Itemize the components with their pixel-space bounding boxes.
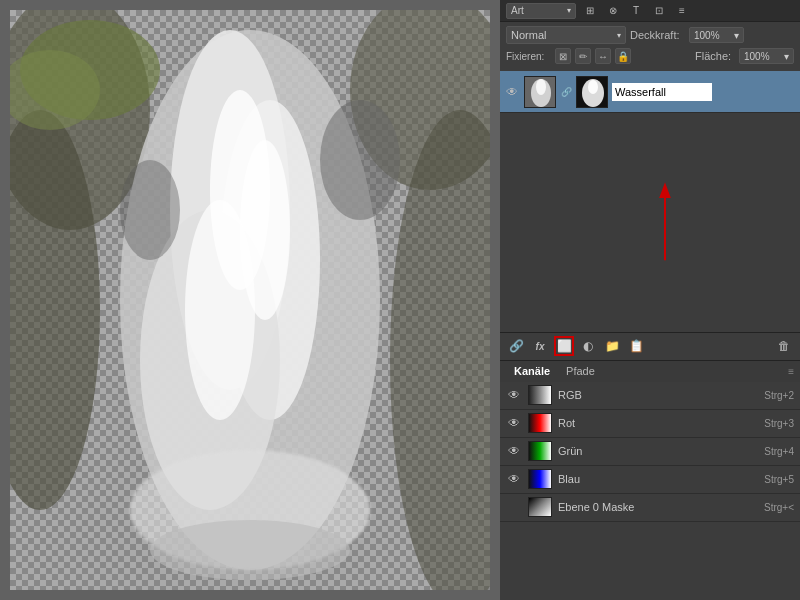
deckkraft-arrow: ▾ xyxy=(734,30,739,41)
channel-gruen-thumb xyxy=(528,441,552,461)
options-icon[interactable]: ≡ xyxy=(673,2,691,20)
channel-gruen-shortcut: Strg+4 xyxy=(764,446,794,457)
blend-row: Normal ▾ Deckkraft: 100% ▾ xyxy=(506,26,794,44)
fix-position-icon[interactable]: ⊠ xyxy=(555,48,571,64)
channel-item-rgb[interactable]: 👁 RGB Strg+2 xyxy=(500,382,800,410)
canvas-area xyxy=(0,0,500,600)
right-panel: Art ▾ ⊞ ⊗ T ⊡ ≡ Normal ▾ Deckkraft: 100%… xyxy=(500,0,800,600)
link-bottom-icon[interactable]: 🔗 xyxy=(506,336,526,356)
svg-point-19 xyxy=(320,100,400,220)
deckkraft-label: Deckkraft: xyxy=(630,29,685,41)
mask-bottom-icon[interactable]: ⬜ xyxy=(554,336,574,356)
channel-item-gruen[interactable]: 👁 Grün Strg+4 xyxy=(500,438,800,466)
art-arrow: ▾ xyxy=(567,6,571,15)
channel-rgb-shortcut: Strg+2 xyxy=(764,390,794,401)
layers-empty-area xyxy=(500,113,800,332)
channel-item-maske[interactable]: 👁 Ebene 0 Maske Strg+< xyxy=(500,494,800,522)
fx-bottom-icon[interactable]: fx xyxy=(530,336,550,356)
art-dropdown[interactable]: Art ▾ xyxy=(506,3,576,19)
channel-rgb-thumb xyxy=(528,385,552,405)
channel-rot-thumb xyxy=(528,413,552,433)
channel-rgb-name: RGB xyxy=(558,389,758,401)
layer-item-wasserfall[interactable]: 👁 🔗 xyxy=(500,71,800,113)
channel-gruen-name: Grün xyxy=(558,445,758,457)
channel-item-rot[interactable]: 👁 Rot Strg+3 xyxy=(500,410,800,438)
text-icon[interactable]: T xyxy=(627,2,645,20)
channel-maske-thumb xyxy=(528,497,552,517)
svg-point-24 xyxy=(536,79,546,95)
new-layer-bottom-icon[interactable]: 📋 xyxy=(626,336,646,356)
svg-point-20 xyxy=(120,160,180,260)
delete-layer-bottom-icon[interactable]: 🗑 xyxy=(774,336,794,356)
fixieren-row: Fixieren: ⊠ ✏ ↔ 🔒 Fläche: 100% ▾ xyxy=(506,48,794,64)
channel-maske-shortcut: Strg+< xyxy=(764,502,794,513)
group-bottom-icon[interactable]: 📁 xyxy=(602,336,622,356)
tab-kanaele[interactable]: Kanäle xyxy=(506,363,558,379)
channels-list: 👁 RGB Strg+2 👁 Rot Strg+3 👁 Grün Strg+4 … xyxy=(500,382,800,601)
arrow-annotation xyxy=(500,113,800,332)
layer-thumbnail xyxy=(524,76,556,108)
circle-cross-icon[interactable]: ⊗ xyxy=(604,2,622,20)
fix-brush-icon[interactable]: ✏ xyxy=(575,48,591,64)
channel-rot-name: Rot xyxy=(558,417,758,429)
channel-rgb-eye-icon[interactable]: 👁 xyxy=(506,387,522,403)
channels-header: Kanäle Pfade ≡ xyxy=(500,360,800,382)
fix-lock-icon[interactable]: 🔒 xyxy=(615,48,631,64)
art-label: Art xyxy=(511,5,524,16)
channel-blau-thumb xyxy=(528,469,552,489)
layers-list: 👁 🔗 xyxy=(500,71,800,113)
channel-rot-shortcut: Strg+3 xyxy=(764,418,794,429)
channel-maske-name: Ebene 0 Maske xyxy=(558,501,758,513)
adjustment-bottom-icon[interactable]: ◐ xyxy=(578,336,598,356)
channel-rot-eye-icon[interactable]: 👁 xyxy=(506,415,522,431)
channel-gruen-eye-icon[interactable]: 👁 xyxy=(506,443,522,459)
tab-pfade[interactable]: Pfade xyxy=(558,363,603,379)
blend-mode-label: Normal xyxy=(511,29,546,41)
layers-controls: Normal ▾ Deckkraft: 100% ▾ Fixieren: ⊠ ✏… xyxy=(500,22,800,71)
grid-icon[interactable]: ⊞ xyxy=(581,2,599,20)
blend-mode-arrow: ▾ xyxy=(617,31,621,40)
bracket-icon[interactable]: ⊡ xyxy=(650,2,668,20)
layer-mask-thumbnail xyxy=(576,76,608,108)
flache-arrow: ▾ xyxy=(784,51,789,62)
top-toolbar: Art ▾ ⊞ ⊗ T ⊡ ≡ xyxy=(500,0,800,22)
channel-blau-name: Blau xyxy=(558,473,758,485)
flache-label: Fläche: xyxy=(695,50,735,62)
channels-options-icon[interactable]: ≡ xyxy=(788,366,794,377)
channel-item-blau[interactable]: 👁 Blau Strg+5 xyxy=(500,466,800,494)
svg-point-27 xyxy=(588,80,598,94)
layers-bottom-bar: 🔗 fx ⬜ ◐ 📁 📋 🗑 xyxy=(500,332,800,360)
flache-number: 100% xyxy=(744,51,770,62)
svg-point-21 xyxy=(150,520,350,580)
blend-mode-dropdown[interactable]: Normal ▾ xyxy=(506,26,626,44)
fix-arrow-icon[interactable]: ↔ xyxy=(595,48,611,64)
flache-value[interactable]: 100% ▾ xyxy=(739,48,794,64)
layer-link-icon[interactable]: 🔗 xyxy=(560,86,572,98)
channel-blau-shortcut: Strg+5 xyxy=(764,474,794,485)
deckkraft-number: 100% xyxy=(694,30,720,41)
fixieren-label: Fixieren: xyxy=(506,51,551,62)
layer-visibility-icon[interactable]: 👁 xyxy=(504,84,520,100)
layer-name-input[interactable] xyxy=(612,83,712,101)
channel-blau-eye-icon[interactable]: 👁 xyxy=(506,471,522,487)
waterfall-image xyxy=(10,10,490,590)
svg-point-15 xyxy=(185,200,255,420)
deckkraft-value[interactable]: 100% ▾ xyxy=(689,27,744,43)
